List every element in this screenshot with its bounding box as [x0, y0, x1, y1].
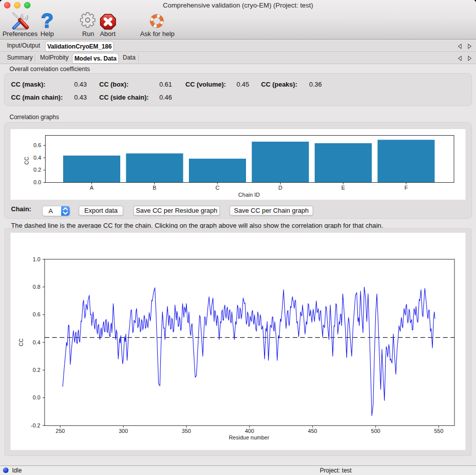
svg-text:400: 400: [245, 428, 254, 434]
svg-text:0.4: 0.4: [34, 155, 41, 161]
svg-text:Residue number: Residue number: [229, 434, 270, 440]
svg-text:0.0: 0.0: [33, 394, 40, 400]
svg-text:0.6: 0.6: [33, 311, 40, 317]
svg-text:0.2: 0.2: [34, 167, 41, 173]
svg-text:CC: CC: [24, 157, 30, 165]
svg-text:Chain ID: Chain ID: [239, 192, 260, 198]
svg-text:-0.2: -0.2: [31, 422, 41, 428]
svg-text:500: 500: [371, 428, 380, 434]
svg-text:0.2: 0.2: [33, 367, 40, 373]
svg-text:450: 450: [308, 428, 317, 434]
svg-text:300: 300: [119, 428, 128, 434]
svg-text:A: A: [90, 185, 94, 191]
svg-text:F: F: [404, 185, 408, 191]
svg-text:B: B: [153, 185, 156, 191]
svg-text:0.8: 0.8: [33, 284, 40, 290]
svg-text:CC: CC: [18, 338, 24, 346]
svg-text:0.4: 0.4: [33, 339, 40, 345]
svg-text:250: 250: [56, 428, 65, 434]
svg-text:550: 550: [434, 428, 443, 434]
svg-text:1.0: 1.0: [33, 256, 40, 262]
svg-text:0.6: 0.6: [34, 142, 41, 148]
svg-text:C: C: [215, 185, 219, 191]
svg-text:D: D: [279, 185, 283, 191]
svg-text:0.0: 0.0: [34, 179, 41, 185]
svg-text:E: E: [341, 185, 345, 191]
svg-text:350: 350: [182, 428, 191, 434]
svg-text:?: ?: [41, 12, 53, 31]
